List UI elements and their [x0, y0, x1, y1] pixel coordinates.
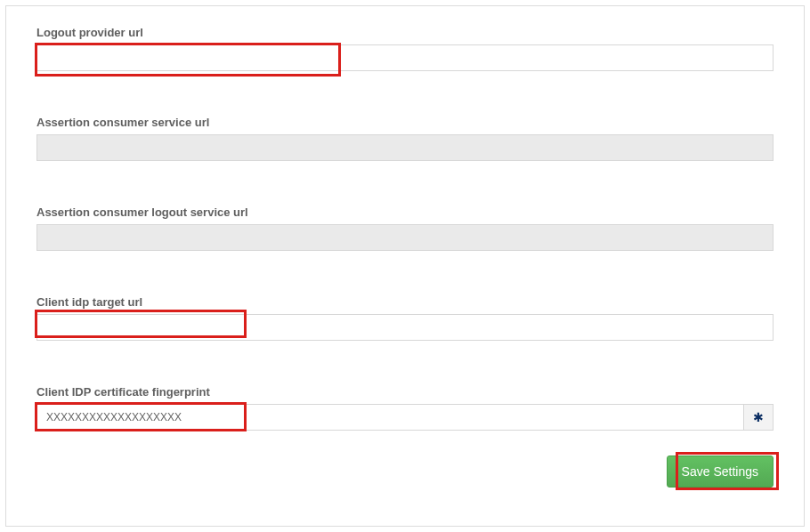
label-assertion-consumer-service-url: Assertion consumer service url [36, 116, 774, 129]
button-row: Save Settings [36, 455, 774, 488]
label-client-idp-target-url: Client idp target url [36, 295, 774, 309]
client-idp-certificate-fingerprint-input[interactable] [36, 404, 744, 431]
certificate-icon: ✱ [753, 410, 764, 424]
label-client-idp-certificate-fingerprint: Client IDP certificate fingerprint [36, 385, 774, 399]
logout-provider-url-input[interactable] [36, 44, 774, 71]
form-group-client-idp-certificate-fingerprint: Client IDP certificate fingerprint ✱ [36, 385, 774, 431]
form-group-logout-provider-url: Logout provider url [36, 26, 774, 71]
input-wrap [36, 314, 774, 341]
assertion-consumer-logout-service-url-input [36, 224, 774, 251]
certificate-button[interactable]: ✱ [744, 404, 774, 431]
assertion-consumer-service-url-input [36, 134, 774, 161]
label-logout-provider-url: Logout provider url [36, 26, 774, 39]
label-assertion-consumer-logout-service-url: Assertion consumer logout service url [36, 206, 774, 219]
settings-panel: Logout provider url Assertion consumer s… [5, 5, 805, 527]
input-wrap [36, 44, 774, 71]
input-row: ✱ [36, 404, 774, 431]
save-settings-button[interactable]: Save Settings [667, 455, 774, 488]
client-idp-target-url-input[interactable] [36, 314, 774, 341]
form-group-assertion-consumer-logout-service-url: Assertion consumer logout service url [36, 206, 774, 251]
form-group-client-idp-target-url: Client idp target url [36, 295, 774, 341]
form-group-assertion-consumer-service-url: Assertion consumer service url [36, 116, 774, 161]
input-wrap: ✱ [36, 404, 774, 431]
